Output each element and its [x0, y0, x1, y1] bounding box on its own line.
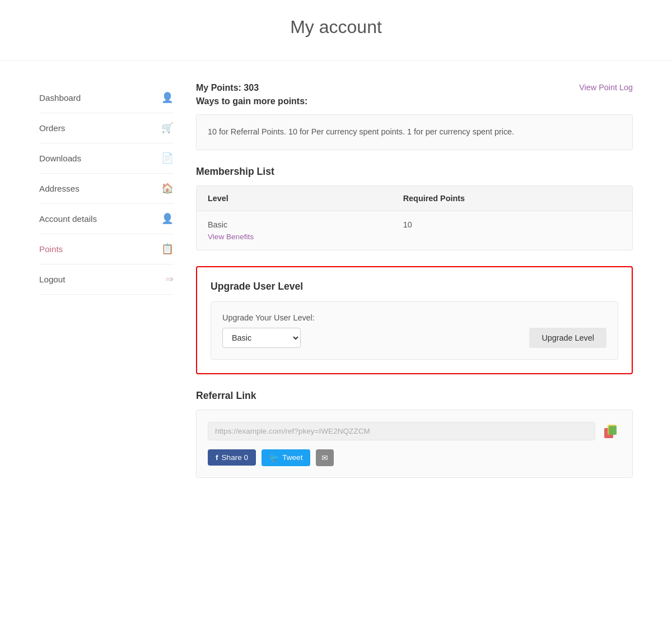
membership-box: Level Required Points Basic View Benefit… [196, 185, 633, 250]
referral-link-input[interactable] [208, 422, 595, 440]
addresses-icon: 🏠 [161, 183, 174, 194]
membership-section: Membership List Level Required Points Ba… [196, 166, 633, 250]
fb-icon: f [216, 453, 218, 462]
twitter-tweet-button[interactable]: 🐦 Tweet [262, 449, 310, 466]
level-name: Basic [208, 220, 227, 229]
dashboard-icon: 👤 [161, 92, 174, 104]
col-required-points: Required Points [392, 186, 632, 211]
view-benefits-link[interactable]: View Benefits [208, 233, 381, 241]
referral-section: Referral Link f [196, 390, 633, 478]
view-point-log-link[interactable]: View Point Log [579, 83, 633, 92]
sidebar-item-account-details[interactable]: Account details 👤 [39, 204, 174, 234]
points-info: My Points: 303 Ways to gain more points: [196, 83, 307, 106]
sidebar-label-orders: Orders [39, 123, 65, 133]
membership-table: Level Required Points Basic View Benefit… [197, 186, 632, 250]
social-buttons: f Share 0 🐦 Tweet ✉ [208, 449, 621, 466]
page-title: My account [0, 0, 672, 61]
referral-link-row [208, 421, 621, 442]
col-level: Level [197, 186, 392, 211]
sidebar-item-downloads[interactable]: Downloads 📄 [39, 143, 174, 174]
sidebar-item-orders[interactable]: Orders 🛒 [39, 113, 174, 143]
sidebar-label-addresses: Addresses [39, 184, 80, 193]
svg-rect-2 [609, 426, 617, 435]
level-cell: Basic View Benefits [197, 211, 392, 250]
copy-svg [603, 424, 619, 439]
main-content: My Points: 303 Ways to gain more points:… [196, 83, 633, 494]
upgrade-inner: Upgrade Your User Level: Basic Upgrade L… [211, 301, 618, 360]
points-info-text: 10 for Referral Points. 10 for Per curre… [208, 127, 514, 136]
sidebar-label-downloads: Downloads [39, 154, 81, 163]
my-points-label: My Points: 303 [196, 83, 307, 93]
sidebar-item-logout[interactable]: Logout ⇒ [39, 264, 174, 295]
sidebar-item-dashboard[interactable]: Dashboard 👤 [39, 83, 174, 113]
sidebar-label-logout: Logout [39, 275, 65, 284]
sidebar-label-dashboard: Dashboard [39, 93, 81, 103]
sidebar: Dashboard 👤 Orders 🛒 Downloads 📄 Address… [39, 83, 174, 494]
downloads-icon: 📄 [161, 152, 174, 164]
points-info-box: 10 for Referral Points. 10 for Per curre… [196, 114, 633, 150]
sidebar-item-points[interactable]: Points 📋 [39, 234, 174, 264]
referral-box: f Share 0 🐦 Tweet ✉ [196, 410, 633, 478]
upgrade-controls: Basic Upgrade Level [222, 328, 606, 348]
points-icon: 📋 [161, 243, 174, 255]
table-row: Basic View Benefits 10 [197, 211, 632, 250]
points-header: My Points: 303 Ways to gain more points:… [196, 83, 633, 106]
upgrade-label: Upgrade Your User Level: [222, 313, 606, 322]
account-details-icon: 👤 [161, 213, 174, 225]
logout-icon: ⇒ [165, 273, 174, 285]
ways-to-gain-label: Ways to gain more points: [196, 96, 307, 106]
facebook-share-button[interactable]: f Share 0 [208, 449, 256, 466]
required-points-cell: 10 [392, 211, 632, 250]
tw-tweet-label: Tweet [282, 453, 302, 462]
membership-title: Membership List [196, 166, 633, 178]
sidebar-item-addresses[interactable]: Addresses 🏠 [39, 174, 174, 204]
upgrade-level-button[interactable]: Upgrade Level [529, 328, 606, 348]
referral-title: Referral Link [196, 390, 633, 402]
tw-icon: 🐦 [269, 453, 279, 462]
sidebar-label-points: Points [39, 244, 63, 254]
upgrade-section: Upgrade User Level Upgrade Your User Lev… [196, 266, 633, 374]
upgrade-title: Upgrade User Level [211, 281, 618, 292]
email-icon: ✉ [321, 454, 328, 462]
orders-icon: 🛒 [161, 122, 174, 134]
fb-share-label: Share 0 [222, 453, 249, 462]
upgrade-level-select[interactable]: Basic [222, 328, 301, 348]
sidebar-label-account-details: Account details [39, 214, 97, 224]
email-share-button[interactable]: ✉ [316, 449, 334, 466]
copy-icon[interactable] [601, 421, 621, 442]
